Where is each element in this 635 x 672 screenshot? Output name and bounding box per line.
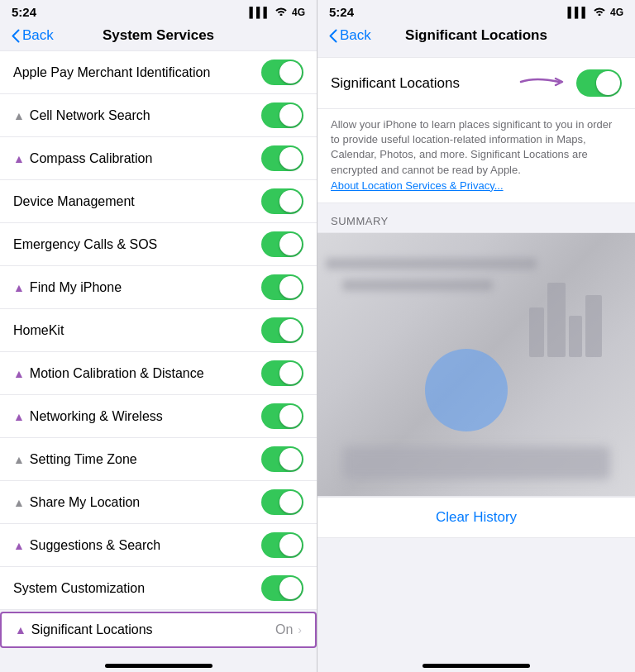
setting-row-sys-custom[interactable]: System Customization	[0, 567, 317, 610]
setting-row-find-iphone[interactable]: ▲Find My iPhone	[0, 266, 317, 309]
row-right-apple-pay	[261, 60, 303, 85]
setting-row-suggestions[interactable]: ▲Suggestions & Search	[0, 524, 317, 567]
map-inner	[318, 233, 635, 496]
right-scroll-area[interactable]: Significant Locations Allow your iPhone …	[318, 50, 635, 654]
home-bar-right	[423, 664, 530, 668]
home-indicator-right	[318, 654, 635, 672]
setting-row-apple-pay[interactable]: Apple Pay Merchant Identification	[0, 50, 317, 94]
setting-row-homekit[interactable]: HomeKit	[0, 309, 317, 352]
signal-icon: ▌▌▌	[249, 7, 270, 18]
description-text: Allow your iPhone to learn places signif…	[331, 117, 622, 178]
setting-row-motion-cal[interactable]: ▲Motion Calibration & Distance	[0, 352, 317, 395]
row-left-sys-custom: System Customization	[13, 581, 261, 596]
toggle-apple-pay[interactable]	[261, 60, 303, 85]
setting-row-device-mgmt[interactable]: Device Management	[0, 180, 317, 223]
toggle-emergency[interactable]	[261, 231, 303, 257]
toggle-compass-cal[interactable]	[261, 145, 303, 171]
right-panel: 5:24 ▌▌▌ 4G Back Significant Locations S…	[318, 0, 635, 672]
sig-loc-on-text: On	[275, 622, 293, 637]
setting-row-cell-network[interactable]: ▲Cell Network Search	[0, 94, 317, 137]
row-left-device-mgmt: Device Management	[13, 194, 261, 209]
description-card: Allow your iPhone to learn places signif…	[318, 109, 635, 203]
clear-history-button[interactable]: Clear History	[318, 497, 635, 538]
toggle-networking[interactable]	[261, 403, 303, 429]
toggle-thumb-cell-network	[279, 104, 302, 126]
loc-arrow-icon-motion-cal: ▲	[13, 367, 25, 380]
setting-row-networking[interactable]: ▲Networking & Wireless	[0, 395, 317, 438]
toggle-share-loc[interactable]	[261, 489, 303, 515]
setting-row-time-zone[interactable]: ▲Setting Time Zone	[0, 438, 317, 481]
blur-row-1	[326, 258, 537, 269]
row-label-motion-cal: Motion Calibration & Distance	[30, 366, 204, 381]
row-label-time-zone: Setting Time Zone	[30, 452, 137, 467]
toggle-sys-custom[interactable]	[261, 575, 303, 601]
row-label-compass-cal: Compass Calibration	[30, 151, 153, 166]
setting-row-emergency[interactable]: Emergency Calls & SOS	[0, 223, 317, 266]
row-right-cell-network	[261, 102, 303, 128]
setting-row-share-loc[interactable]: ▲Share My Location	[0, 481, 317, 524]
row-label-share-loc: Share My Location	[30, 495, 140, 510]
loc-arrow-icon-find-iphone: ▲	[13, 281, 25, 294]
sig-loc-right: On ›	[275, 622, 302, 637]
setting-row-compass-cal[interactable]: ▲Compass Calibration	[0, 137, 317, 180]
loc-arrow-icon-compass-cal: ▲	[13, 152, 25, 165]
toggle-thumb-motion-cal	[279, 362, 302, 384]
row-left-homekit: HomeKit	[13, 323, 261, 338]
toggle-thumb-emergency	[279, 233, 302, 255]
row-left-suggestions: ▲Suggestions & Search	[13, 538, 261, 553]
toggle-find-iphone[interactable]	[261, 274, 303, 300]
left-panel: 5:24 ▌▌▌ 4G Back System Services Apple P…	[0, 0, 318, 672]
status-time-left: 5:24	[12, 5, 36, 19]
sig-toggle-card: Significant Locations	[318, 57, 635, 109]
home-indicator-left	[0, 654, 317, 672]
toggle-device-mgmt[interactable]	[261, 188, 303, 214]
row-right-networking	[261, 403, 303, 429]
toggle-suggestions[interactable]	[261, 532, 303, 558]
row-label-find-iphone: Find My iPhone	[30, 280, 122, 295]
row-left-compass-cal: ▲Compass Calibration	[13, 151, 261, 166]
loc-arrow-icon-share-loc: ▲	[13, 496, 25, 509]
sig-toggle-switch[interactable]	[576, 69, 622, 97]
status-icons-right: ▌▌▌ 4G	[567, 6, 623, 18]
toggle-motion-cal[interactable]	[261, 360, 303, 386]
row-right-homekit	[261, 317, 303, 343]
toggle-thumb-homekit	[279, 319, 302, 341]
toggle-thumb-time-zone	[279, 448, 302, 470]
row-left-find-iphone: ▲Find My iPhone	[13, 280, 261, 295]
privacy-link[interactable]: About Location Services & Privacy...	[331, 179, 504, 192]
back-label-left: Back	[22, 27, 54, 44]
row-right-suggestions	[261, 532, 303, 558]
back-button-left[interactable]: Back	[12, 27, 54, 44]
row-right-motion-cal	[261, 360, 303, 386]
sig-toggle-label: Significant Locations	[331, 75, 460, 92]
battery-icon: 4G	[292, 7, 305, 18]
status-bar-right: 5:24 ▌▌▌ 4G	[318, 0, 635, 22]
building-1	[529, 307, 544, 357]
row-left-share-loc: ▲Share My Location	[13, 495, 261, 510]
toggle-time-zone[interactable]	[261, 446, 303, 472]
home-bar-left	[105, 664, 212, 668]
row-label-cell-network: Cell Network Search	[30, 108, 150, 123]
significant-locations-row[interactable]: ▲ Significant Locations On ›	[0, 612, 317, 648]
toggle-thumb-apple-pay	[279, 61, 302, 83]
row-left-emergency: Emergency Calls & SOS	[13, 237, 261, 252]
purple-arrow-annotation	[519, 74, 569, 93]
sig-loc-chevron-icon: ›	[298, 623, 302, 636]
toggle-thumb-suggestions	[279, 534, 302, 556]
row-right-find-iphone	[261, 274, 303, 300]
toggle-cell-network[interactable]	[261, 102, 303, 128]
scroll-area-left[interactable]: Apple Pay Merchant Identification▲Cell N…	[0, 50, 317, 654]
back-button-right[interactable]: Back	[329, 27, 371, 44]
signal-icon-right: ▌▌▌	[567, 7, 589, 18]
row-left-networking: ▲Networking & Wireless	[13, 409, 261, 424]
row-right-device-mgmt	[261, 188, 303, 214]
map-card	[318, 232, 635, 497]
toggle-homekit[interactable]	[261, 317, 303, 343]
page-title-right: Significant Locations	[405, 27, 547, 44]
toggle-thumb-find-iphone	[279, 276, 302, 298]
back-label-right: Back	[340, 27, 371, 44]
row-right-share-loc	[261, 489, 303, 515]
row-right-compass-cal	[261, 145, 303, 171]
loc-arrow-icon-time-zone: ▲	[13, 453, 25, 466]
row-left-motion-cal: ▲Motion Calibration & Distance	[13, 366, 261, 381]
